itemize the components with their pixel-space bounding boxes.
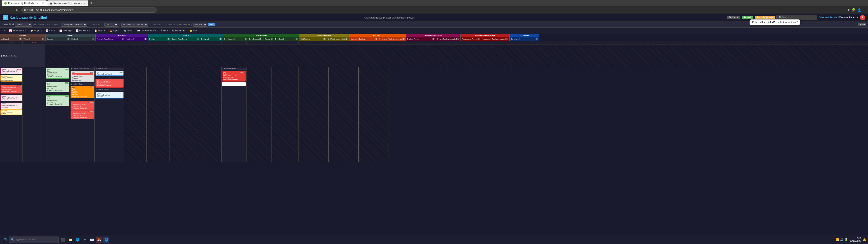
nav-buttons: ← → ↻ xyxy=(2,7,20,13)
chrome-icon[interactable]: 🌐 xyxy=(103,237,110,243)
back-button[interactable]: ← xyxy=(2,7,7,13)
nav-item-rest-api[interactable]: 🔌 REST API xyxy=(170,28,187,33)
col-analysed-content xyxy=(124,67,147,162)
card-epic-3[interactable]: EPIC Epic EpicIndividualisedBacklogProce… xyxy=(46,95,69,106)
col-unit-testing-content xyxy=(272,67,299,162)
task-view-icon[interactable]: ⬛ xyxy=(60,237,66,243)
card-enhancement-blocked[interactable]: DEF Enh Blocked EnhancementAnalysisDevel… xyxy=(70,71,94,82)
sound-icon[interactable]: 🔊 xyxy=(840,238,844,241)
col-designed-content xyxy=(199,67,221,162)
wip-unit-testing xyxy=(272,41,299,44)
blocked-card-2: Blocked This is a unit studyAnalysis xyxy=(0,109,22,115)
tab-screenshots[interactable]: 📷 Kanbanara / Screenshots ✕ xyxy=(47,0,88,6)
blocked-card: Blocked This is a unit studyAnalysisRebe… xyxy=(0,75,22,82)
status-filter-dropdown[interactable]: Untriaged-Completed All xyxy=(61,23,87,27)
user-filter-dropdown[interactable]: RebeccaShatsfield-15 All xyxy=(121,23,148,27)
store-icon[interactable]: 🛍 xyxy=(81,237,88,243)
planning-section-label: Planning xyxy=(0,34,45,37)
hatch-integration-testing xyxy=(299,67,328,162)
bookmark-icon[interactable]: ★ xyxy=(847,8,850,12)
notification-icon[interactable]: 🔔 xyxy=(863,238,866,241)
swimlane-medium-stories: ▶ Medium Stories xyxy=(0,44,868,67)
taskbar-search-box[interactable]: 🔍 xyxy=(9,237,59,243)
nav-item-visualisations[interactable]: 📊 Visualisations xyxy=(7,28,28,33)
taskbar-search-input[interactable] xyxy=(16,238,50,241)
new-tab-button[interactable]: + xyxy=(89,0,94,6)
extensions-icon[interactable]: 🧩 xyxy=(852,8,856,12)
sidebar-toggle[interactable]: ≡ xyxy=(2,28,7,33)
card-epic-2[interactable]: EPIC Epic EpicIndividualisedBacklogProce… xyxy=(46,82,69,92)
nav-item-reports[interactable]: 📋 Reports xyxy=(92,28,107,33)
hatch-design-pr xyxy=(169,67,199,162)
card-big-defect[interactable]: DEF Defect DefectClean out End UserDevel… xyxy=(222,71,246,82)
nav-item-export[interactable]: 📤 Export xyxy=(107,28,121,33)
validation-unit-section: Validation - Unit Unit Testing 2 Unit Te… xyxy=(300,34,349,41)
col-header-integration-accepted: Integration Testing Accepted 2 xyxy=(378,37,406,41)
card-rs-15-blocked[interactable]: RS-15 Story RebeccaShatsfield-15 Untriag… xyxy=(0,68,22,74)
user-avatar[interactable]: R xyxy=(860,15,865,20)
development-section: Development Development 5 Development Pe… xyxy=(223,34,300,41)
val-unit-cols-header: Unit Testing 2 Unit Testing Accepted 1 xyxy=(300,37,348,41)
filter-apply-btn[interactable]: Filter xyxy=(208,23,215,26)
wip-design-pr xyxy=(169,41,199,44)
tab-close-1[interactable]: ✕ xyxy=(41,2,44,5)
nav-item-documentation[interactable]: 📖 Documentation xyxy=(135,28,158,33)
val-system-section: Validation - System System Testing 2 Sys… xyxy=(406,34,461,41)
card-defect-1[interactable]: DEF Defect Clean out End UserDevelopment… xyxy=(0,85,22,93)
card-bug-1[interactable]: BUG Bug BugAnalyseAnalyseBacklogProcedur… xyxy=(70,86,94,98)
col-untriaged-content: RS-15 Story RebeccaShatsfield-15 Untriag… xyxy=(0,67,23,162)
col-integration-testing-content xyxy=(299,67,329,162)
advanced-search-link[interactable]: Advanced Search xyxy=(819,16,837,19)
all-dropdown[interactable]: All xyxy=(104,23,118,27)
battery-icon[interactable]: 🔋 xyxy=(844,238,848,241)
col-triaged-content xyxy=(23,67,45,162)
card-test-1[interactable]: ZSF Test RebeccaShatsfield-11 xyxy=(95,71,124,76)
dev-cols-header: Development 5 Development Peer Review 2 … xyxy=(223,37,299,41)
col-header-dev-pr: Development Peer Review 2 xyxy=(248,37,274,41)
wip-triaged: 34/20 xyxy=(23,41,45,44)
col-header-design-pr: Design Peer Review 2 xyxy=(171,37,200,41)
profile-icon[interactable]: 👤 xyxy=(857,8,861,12)
col-header-designed: Designed 1 xyxy=(200,37,223,41)
start-button[interactable]: ⊞ xyxy=(2,237,8,243)
tab-close-2[interactable]: ✕ xyxy=(83,2,86,5)
filter-reset-btn[interactable]: Reset xyxy=(858,23,866,26)
nav-item-meetings[interactable]: 📅 Meetings xyxy=(57,28,73,33)
mail-icon[interactable]: 📧 xyxy=(89,237,95,243)
refresh-btn[interactable]: Refresh xyxy=(742,16,753,19)
browser-chrome: 🟢 Kanbanara @ Untitled - Ka... ✕ 📷 Kanba… xyxy=(0,0,868,13)
card-rs-09[interactable]: RS-09 RebeccaShatsfield-09 Untriaged xyxy=(0,95,22,101)
nav-item-ksf[interactable]: ⭐ KSF xyxy=(188,28,199,33)
col-development-content: ▶ Medium Defects DEF Defect DefectClean … xyxy=(221,67,246,162)
layout-dropdown[interactable]: None Hierarchical xyxy=(15,23,32,27)
edge-icon[interactable]: 🌐 xyxy=(74,237,81,243)
swimlane-stories2-label: ▶ Medium Stories xyxy=(95,89,124,91)
hatch-design xyxy=(147,67,169,162)
card-defect-4[interactable]: DEF Clean out End UserDevelopmentProcedu… xyxy=(95,79,124,87)
wip-untriaged: 30/40 xyxy=(0,41,23,44)
backlog-section-label: Backlog xyxy=(46,34,95,37)
card-story-analysis[interactable]: ZSF-4 RebeccaShatsfield-4Analysis xyxy=(95,92,124,99)
board-content-area: RS-15 Story RebeccaShatsfield-15 Untriag… xyxy=(0,67,868,162)
push-projection-btn[interactable]: Push Projection xyxy=(755,16,774,19)
forward-button[interactable]: → xyxy=(8,7,13,13)
nav-item-projects[interactable]: 📁 Projects xyxy=(29,28,43,33)
card-epic-1[interactable]: EPIC Epic EpicIndividualisedBacklogProce… xyxy=(46,68,69,79)
nav-item-cards[interactable]: 🃏 Cards xyxy=(44,28,57,33)
card-defect-2[interactable]: DEF Defect Clean out End UserDevelopment… xyxy=(70,101,94,110)
val-acc-cols-header: Acceptance Testing 2 Acceptance Testing … xyxy=(461,37,509,41)
normal-dropdown[interactable]: Normal xyxy=(193,23,207,27)
refresh-button[interactable]: ↻ xyxy=(14,7,20,13)
network-icon[interactable]: 📶 xyxy=(836,238,839,241)
browser-icon-2[interactable]: 🦊 xyxy=(96,237,102,243)
card-defect-3[interactable]: DEF Defect Clean out End UserDevelopment… xyxy=(70,110,94,119)
tab-kanbanara[interactable]: 🟢 Kanbanara @ Untitled - Ka... ✕ xyxy=(2,0,47,6)
nav-item-ml-metrics[interactable]: 📈 ML Metrics xyxy=(74,28,92,33)
system-clock[interactable]: 17:43 17/10/2020 xyxy=(850,237,861,242)
card-rs-15-2[interactable]: RS-15 RebeccaShatsfield-15 Untriaged xyxy=(0,102,22,109)
url-input[interactable]: 192.168.1.77:8080/kanban/index/projectio… xyxy=(21,7,157,13)
nav-item-admin[interactable]: ⚙️ Admin xyxy=(122,28,135,33)
menu-icon[interactable]: ⋮ xyxy=(863,8,866,12)
nav-item-help[interactable]: ❓ Help xyxy=(158,28,169,33)
file-explorer-icon[interactable]: 📁 xyxy=(67,237,73,243)
